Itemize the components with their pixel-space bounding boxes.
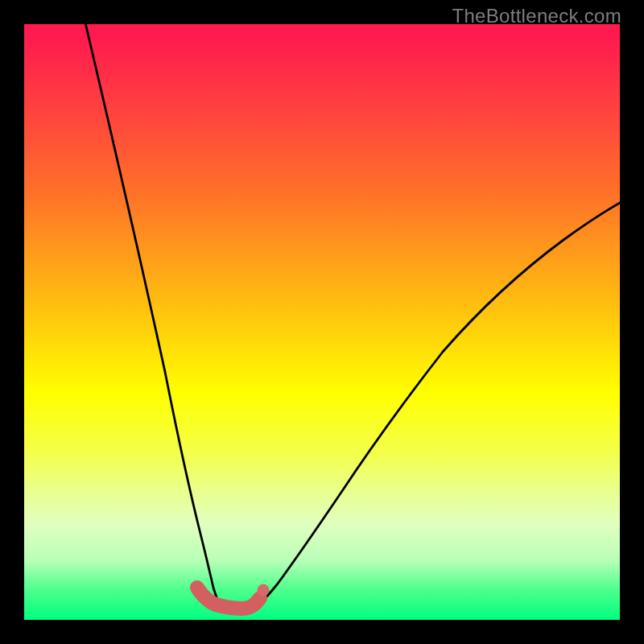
- left-curve: [84, 24, 221, 607]
- watermark-text: TheBottleneck.com: [452, 5, 621, 27]
- marker-dot: [258, 584, 270, 597]
- bottleneck-curve: [24, 24, 620, 620]
- right-curve: [258, 203, 620, 605]
- optimal-band: [197, 588, 260, 609]
- plot-area: [24, 24, 620, 620]
- chart-frame: TheBottleneck.com: [0, 0, 644, 644]
